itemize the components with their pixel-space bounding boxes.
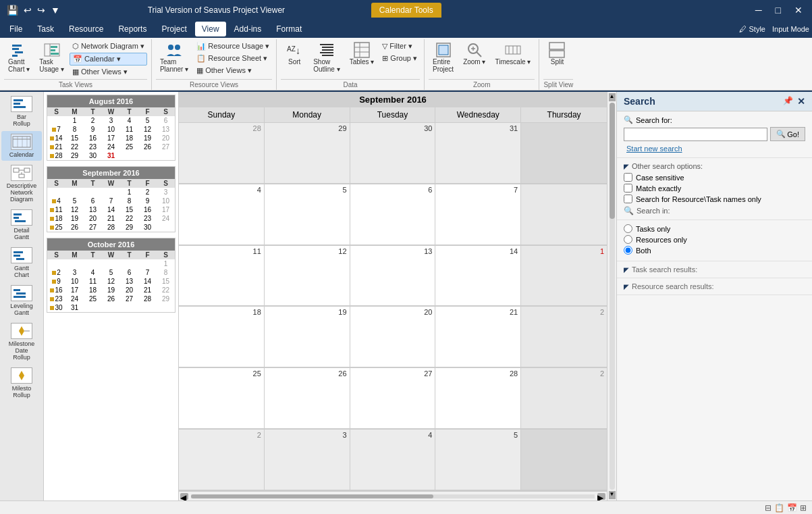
oct-day-20[interactable]: 20	[120, 286, 138, 294]
oct-day-25[interactable]: 25	[84, 294, 102, 303]
aug-day-1[interactable]: 1	[65, 116, 84, 125]
scroll-up-button[interactable]: ▲	[609, 93, 616, 101]
cal-cell-aug31[interactable]: 31	[435, 123, 521, 183]
cal-cell-oct5[interactable]: 5	[435, 430, 521, 490]
aug-day-7[interactable]: 7	[47, 125, 65, 134]
sep-day-9[interactable]: 9	[138, 197, 157, 205]
view-item-leveling-gantt[interactable]: LevelingGantt	[1, 282, 42, 319]
split-button[interactable]: Split	[543, 41, 570, 67]
entire-project-button[interactable]: EntireProject	[429, 41, 458, 74]
oct-day-21[interactable]: 21	[138, 286, 157, 294]
cal-cell-sep19[interactable]: 19	[265, 307, 350, 367]
aug-day-22[interactable]: 22	[65, 143, 84, 151]
sep-day-29[interactable]: 29	[120, 223, 138, 232]
oct-day-14[interactable]: 14	[138, 277, 157, 286]
oct-day-6[interactable]: 6	[120, 268, 138, 277]
aug-day-11[interactable]: 11	[120, 125, 138, 134]
cal-cell-sep21[interactable]: 21	[435, 307, 521, 367]
tables-button[interactable]: Tables ▾	[346, 41, 379, 67]
sep-day-25[interactable]: 25	[47, 223, 65, 232]
oct-day-10[interactable]: 10	[65, 277, 84, 286]
sep-day-28[interactable]: 28	[102, 223, 120, 232]
sep-day-2[interactable]: 2	[138, 188, 157, 197]
sep-day-18[interactable]: 18	[47, 214, 65, 223]
aug-day-16[interactable]: 16	[84, 134, 102, 143]
window-controls[interactable]: ─ □ ✕	[751, 5, 807, 16]
cal-cell-sep7[interactable]: 7	[435, 184, 521, 245]
aug-day-17[interactable]: 17	[102, 134, 120, 143]
oct-day-17[interactable]: 17	[65, 286, 84, 294]
cal-cell-sep27[interactable]: 27	[350, 368, 436, 428]
sep-day-10[interactable]: 10	[157, 197, 175, 205]
menu-reports[interactable]: Reports	[111, 22, 153, 36]
cal-cell-sep14[interactable]: 14	[435, 246, 521, 306]
oct-day-19[interactable]: 19	[102, 286, 120, 294]
aug-day-19[interactable]: 19	[138, 134, 157, 143]
scroll-track[interactable]	[191, 494, 595, 498]
go-button[interactable]: 🔍 Go!	[770, 127, 805, 141]
scroll-thumb[interactable]	[191, 494, 433, 498]
oct-day-9[interactable]: 9	[47, 277, 65, 286]
sep-day-24[interactable]: 24	[157, 214, 175, 223]
cal-cell-sep8[interactable]	[521, 184, 607, 245]
cal-cell-sep25[interactable]: 25	[179, 368, 265, 428]
oct-day-31[interactable]: 31	[65, 303, 84, 312]
sep-day-6[interactable]: 6	[84, 197, 102, 205]
sep-day-3[interactable]: 3	[157, 188, 175, 197]
cal-cell-sep28[interactable]: 28	[435, 368, 521, 428]
aug-day-29[interactable]: 29	[65, 151, 84, 160]
oct-day-7[interactable]: 7	[138, 268, 157, 277]
resource-other-views-button[interactable]: ▦ Other Views ▾	[194, 65, 272, 76]
oct-day-16[interactable]: 16	[47, 286, 65, 294]
tasks-only-radio[interactable]	[624, 224, 632, 233]
menu-task[interactable]: Task	[30, 22, 61, 36]
sep-day-12[interactable]: 12	[65, 205, 84, 214]
sep-day-7[interactable]: 7	[102, 197, 120, 205]
cal-cell-sep26[interactable]: 26	[265, 368, 350, 428]
undo-icon[interactable]: ↩	[22, 3, 33, 17]
scroll-down-button[interactable]: ▼	[609, 491, 616, 499]
scroll-right-button[interactable]: ▶	[597, 493, 605, 500]
sep-day-30[interactable]: 30	[138, 223, 157, 232]
oct-day-24[interactable]: 24	[65, 294, 84, 303]
start-new-search-link[interactable]: Start new search	[626, 145, 682, 153]
sep-day-17[interactable]: 17	[157, 205, 175, 214]
oct-day-11[interactable]: 11	[84, 277, 102, 286]
collapse-options-icon[interactable]: ◤	[624, 163, 629, 170]
scroll-left-button[interactable]: ◀	[180, 493, 188, 500]
cal-cell-sep11[interactable]: 11	[179, 246, 265, 306]
aug-day-20[interactable]: 20	[157, 134, 175, 143]
scroll-vthumb[interactable]	[610, 103, 615, 219]
cal-cell-oct2b[interactable]: 2	[521, 368, 607, 428]
both-radio[interactable]	[624, 246, 632, 255]
search-close-icon[interactable]: ✕	[797, 96, 805, 107]
resource-results-collapse-icon[interactable]: ◤	[624, 283, 629, 290]
oct-day-27[interactable]: 27	[120, 294, 138, 303]
scroll-vtrack[interactable]	[610, 103, 615, 490]
group-button[interactable]: ⊞ Group ▾	[379, 53, 420, 64]
cal-cell-oct4[interactable]: 4	[350, 430, 436, 490]
resource-sheet-button[interactable]: 📋 Resource Sheet ▾	[194, 53, 272, 64]
show-outline-button[interactable]: ShowOutline ▾	[309, 41, 344, 74]
sep-day-22[interactable]: 22	[120, 214, 138, 223]
oct-day-8[interactable]: 8	[157, 268, 175, 277]
oct-day-4[interactable]: 4	[84, 268, 102, 277]
sep-day-13[interactable]: 13	[84, 205, 102, 214]
sep-day-16[interactable]: 16	[138, 205, 157, 214]
aug-day-21[interactable]: 21	[47, 143, 65, 151]
style-link[interactable]: 🖊 Style	[739, 25, 765, 33]
oct-day-23[interactable]: 23	[47, 294, 65, 303]
sep-day-19[interactable]: 19	[65, 214, 84, 223]
menu-resource[interactable]: Resource	[62, 22, 110, 36]
aug-day-27[interactable]: 27	[157, 143, 175, 151]
aug-day-26[interactable]: 26	[138, 143, 157, 151]
cal-horizontal-scroll[interactable]: ◀ ▶	[179, 491, 607, 500]
aug-day-31[interactable]: 31	[102, 151, 120, 160]
menu-format[interactable]: Format	[269, 22, 308, 36]
oct-day-29[interactable]: 29	[157, 294, 175, 303]
sep-day-23[interactable]: 23	[138, 214, 157, 223]
network-diagram-button[interactable]: ⬡ Network Diagram ▾	[70, 41, 147, 52]
oct-day-28[interactable]: 28	[138, 294, 157, 303]
sep-day-14[interactable]: 14	[102, 205, 120, 214]
oct-day-3[interactable]: 3	[65, 268, 84, 277]
